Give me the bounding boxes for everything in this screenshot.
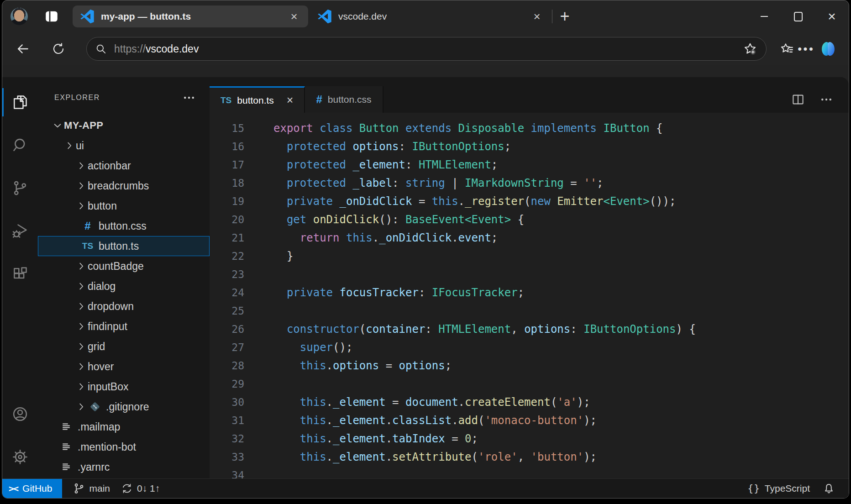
split-editor-button[interactable] [791, 93, 805, 106]
tab-close-button[interactable]: × [529, 9, 545, 24]
code-line[interactable]: 30 this._element = document.createElemen… [210, 393, 849, 411]
activity-bar [2, 77, 38, 478]
activity-bar-item-extensions[interactable] [2, 252, 38, 295]
chevron-right-icon [75, 382, 88, 392]
braces-icon: {} [747, 483, 760, 494]
tree-item-grid[interactable]: grid [38, 336, 210, 357]
activity-bar-item-source-control[interactable] [2, 167, 38, 210]
code-line[interactable]: 25 [210, 302, 849, 320]
chevron-right-icon [63, 141, 76, 151]
code-line[interactable]: 32 this._element.tabIndex = 0; [210, 430, 849, 448]
editor-tab-label: button.css [328, 94, 372, 105]
tree-item-dropdown[interactable]: dropdown [38, 296, 210, 316]
add-favorite-button[interactable] [741, 39, 760, 58]
code-line[interactable]: 17 protected _element: HTMLElement; [210, 156, 849, 174]
language-indicator[interactable]: {} TypeScript [747, 483, 810, 494]
chevron-right-icon [75, 341, 88, 352]
tree-item-label: dropdown [88, 300, 134, 313]
favorites-button[interactable] [777, 39, 797, 58]
back-button[interactable] [12, 38, 33, 59]
tree-item-label: ui [76, 140, 84, 152]
code-line[interactable]: 24 private focusTracker: IFocusTracker; [210, 284, 849, 302]
chevron-right-icon [75, 261, 88, 271]
tree-item-dot-mailmap[interactable]: .mailmap [38, 417, 210, 437]
tree-item-label: countBadge [88, 260, 144, 273]
code-line[interactable]: 34 [210, 466, 849, 478]
tree-item-dot-yarnrc[interactable]: .yarnrc [38, 457, 210, 477]
close-window-button[interactable]: × [815, 0, 849, 32]
branch-label: main [89, 483, 110, 494]
tab-close-button[interactable]: × [286, 9, 302, 24]
tree-item-label: button [88, 200, 117, 212]
tree-item-countBadge[interactable]: countBadge [38, 256, 210, 276]
code-line[interactable]: 21 return this._onDidClick.event; [210, 229, 849, 247]
explorer-more-actions-button[interactable] [182, 91, 196, 105]
workspaces-button[interactable] [42, 7, 61, 26]
code-line[interactable]: 19 private _onDidClick = this._register(… [210, 192, 849, 210]
editor-more-actions-button[interactable] [819, 93, 833, 106]
activity-bar-item-explorer[interactable] [2, 81, 38, 124]
git-icon [88, 401, 102, 413]
code-line[interactable]: 29 [210, 375, 849, 393]
tree-item-actionbar[interactable]: actionbar [38, 156, 210, 176]
remote-indicator[interactable]: >< GitHub [2, 479, 62, 498]
code-line[interactable]: 23 [210, 265, 849, 284]
line-number: 21 [210, 232, 244, 244]
tree-item-dot-gitignore[interactable]: .gitignore [38, 397, 210, 417]
browser-tab-active[interactable]: my-app — button.ts × [73, 5, 308, 27]
notifications-bell-button[interactable] [823, 483, 835, 495]
code-line[interactable]: 16 protected options: IButtonOptions; [210, 137, 849, 156]
new-tab-button[interactable]: + [554, 6, 575, 27]
file-lines-icon [59, 462, 74, 472]
tree-item-ui[interactable]: ui [38, 136, 210, 156]
tree-item-button[interactable]: button [38, 196, 210, 216]
refresh-button[interactable] [48, 38, 69, 59]
code-line[interactable]: 15export class Button extends Disposable… [210, 119, 849, 137]
code-line[interactable]: 18 protected _label: string | IMarkdownS… [210, 174, 849, 192]
code-line[interactable]: 33 this._element.setAttribute('role', 'b… [210, 448, 849, 466]
browser-tab-inactive[interactable]: vscode.dev × [310, 5, 551, 27]
account-icon [12, 406, 28, 422]
code-line[interactable]: 26 constructor(container: HTMLElement, o… [210, 320, 849, 338]
activity-bar-item-settings[interactable] [2, 436, 38, 478]
code-line[interactable]: 22 } [210, 247, 849, 265]
branch-indicator[interactable]: main [73, 483, 110, 494]
address-bar[interactable]: https://vscode.dev [86, 37, 767, 61]
back-icon [16, 42, 30, 56]
activity-bar-item-account[interactable] [2, 393, 38, 436]
editor-tab-button.css[interactable]: #button.css [305, 86, 383, 113]
line-number: 22 [210, 250, 244, 262]
refresh-icon [52, 42, 65, 56]
code-line[interactable]: 20 get onDidClick(): BaseEvent<Event> { [210, 210, 849, 229]
copilot-button[interactable] [819, 39, 838, 58]
chevron-right-icon [75, 362, 88, 372]
activity-bar-item-search[interactable] [2, 124, 38, 167]
browser-menu-button[interactable]: ••• [797, 39, 816, 58]
sync-indicator[interactable]: 0↓ 1↑ [121, 483, 160, 494]
tree-item-dot-mention-bot[interactable]: .mention-bot [38, 437, 210, 457]
code-line[interactable]: 27 super(); [210, 338, 849, 357]
tree-item-MY-APP[interactable]: MY-APP [38, 116, 210, 136]
maximize-button[interactable] [781, 0, 815, 32]
close-icon[interactable]: × [287, 94, 294, 106]
tree-item-breadcrumbs[interactable]: breadcrumbs [38, 176, 210, 196]
language-label: TypeScript [765, 483, 810, 494]
minimize-button[interactable] [747, 0, 781, 32]
editor-tab-button.ts[interactable]: TSbutton.ts× [210, 86, 305, 113]
profile-avatar[interactable] [11, 8, 28, 25]
chevron-right-icon [75, 161, 88, 171]
tree-item-findinput[interactable]: findinput [38, 316, 210, 336]
activity-bar-item-run-debug[interactable] [2, 210, 38, 252]
line-number: 28 [210, 360, 244, 372]
code-editor[interactable]: 15export class Button extends Disposable… [210, 113, 849, 478]
tree-item-inputBox[interactable]: inputBox [38, 377, 210, 397]
tree-item-button.ts[interactable]: TSbutton.ts [38, 236, 210, 256]
line-number: 24 [210, 287, 244, 299]
chevron-right-icon [75, 301, 88, 311]
tree-item-hover[interactable]: hover [38, 357, 210, 377]
tree-item-button.css[interactable]: #button.css [38, 216, 210, 236]
search-icon [95, 43, 107, 55]
code-line[interactable]: 28 this.options = options; [210, 357, 849, 375]
code-line[interactable]: 31 this._element.classList.add('monaco-b… [210, 411, 849, 430]
tree-item-dialog[interactable]: dialog [38, 276, 210, 296]
